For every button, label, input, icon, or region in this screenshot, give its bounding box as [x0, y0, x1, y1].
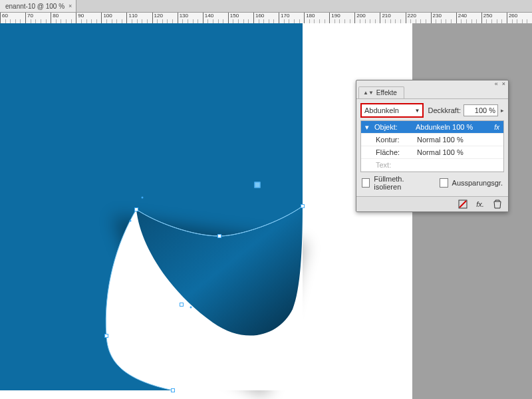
effect-target-row: Text:: [361, 159, 503, 172]
ruler-tick: 70: [25, 13, 33, 23]
close-icon[interactable]: ×: [68, 3, 72, 9]
effect-target-value: Normal 100 %: [417, 136, 499, 144]
effects-panel[interactable]: « × ▲▼ Effekte Abdunkeln ▼ Deckkraft: 10…: [356, 80, 509, 212]
opacity-value: 100 %: [475, 106, 495, 114]
ruler-tick: 80: [51, 13, 59, 23]
document-tab[interactable]: enannt-10 @ 100 % ×: [0, 0, 76, 12]
effects-tab-label: Effekte: [376, 89, 397, 96]
document-tab-title: enannt-10 @ 100 %: [5, 3, 65, 10]
clear-override-icon[interactable]: [458, 199, 468, 209]
chevron-down-icon: ▼: [415, 108, 420, 114]
panel-window-controls: « ×: [356, 80, 508, 86]
artboard[interactable]: [0, 23, 412, 399]
blend-mode-value: Abdunkeln: [364, 106, 399, 114]
document-tab-bar: enannt-10 @ 100 % ×: [0, 0, 532, 13]
effect-target-value: Normal 100 %: [417, 148, 499, 156]
opacity-input[interactable]: 100 %: [464, 104, 498, 116]
blend-mode-select[interactable]: Abdunkeln ▼: [360, 103, 424, 118]
ruler-tick: 60: [0, 13, 8, 23]
effect-target-label: Fläche:: [376, 148, 412, 156]
workarea: « × ▲▼ Effekte Abdunkeln ▼ Deckkraft: 10…: [0, 23, 532, 399]
isolate-row: Füllmeth. isolieren Aussparungsgr.: [360, 172, 504, 194]
effect-target-list: ▾Objekt:Abdunkeln 100 %fxKontur:Normal 1…: [360, 120, 504, 172]
fx-badge-icon: fx: [494, 124, 499, 131]
knockout-group-label: Aussparungsgr.: [452, 179, 503, 187]
expand-collapse-icon[interactable]: ▲▼: [363, 90, 374, 96]
close-icon[interactable]: ×: [502, 80, 505, 87]
collapse-icon[interactable]: «: [495, 80, 498, 87]
blend-mode-row: Abdunkeln ▼ Deckkraft: 100 % ▸: [360, 103, 504, 118]
effect-target-label: Objekt:: [374, 123, 410, 131]
delete-icon[interactable]: [492, 199, 503, 209]
opacity-label: Deckkraft:: [428, 106, 461, 114]
isolate-blending-label: Füllmeth. isolieren: [374, 175, 425, 191]
effect-target-value: Abdunkeln 100 %: [416, 123, 489, 131]
horizontal-ruler[interactable]: 6070809010011012013014015016017018019020…: [0, 13, 532, 24]
panel-tab-row: ▲▼ Effekte: [356, 86, 508, 99]
svg-line-1: [460, 201, 466, 207]
effects-panel-footer: fx.: [356, 196, 508, 211]
knockout-group-checkbox[interactable]: [440, 178, 448, 188]
ruler-tick: 90: [76, 13, 84, 23]
effect-target-label: Kontur:: [376, 136, 412, 144]
fx-icon[interactable]: fx.: [475, 199, 485, 209]
effects-tab[interactable]: ▲▼ Effekte: [358, 86, 404, 98]
chevron-down-icon: ▾: [365, 123, 369, 132]
effect-target-row[interactable]: Kontur:Normal 100 %: [361, 134, 503, 146]
blue-page: [0, 23, 303, 390]
isolate-blending-checkbox[interactable]: [362, 178, 370, 188]
effect-target-row[interactable]: Fläche:Normal 100 %: [361, 146, 503, 159]
opacity-flyout-icon[interactable]: ▸: [501, 107, 504, 114]
effect-target-row[interactable]: ▾Objekt:Abdunkeln 100 %fx: [361, 121, 503, 134]
effect-target-label: Text:: [376, 161, 412, 169]
